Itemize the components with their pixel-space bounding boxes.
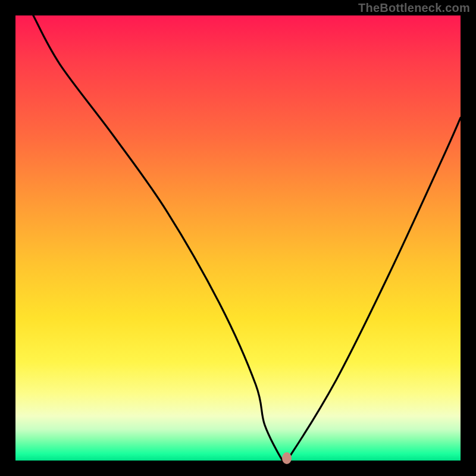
bottleneck-curve (15, 15, 461, 461)
plot-area (15, 15, 461, 461)
optimal-point-marker (282, 452, 292, 464)
watermark-text: TheBottleneck.com (358, 1, 470, 15)
chart-frame: TheBottleneck.com (0, 0, 476, 476)
